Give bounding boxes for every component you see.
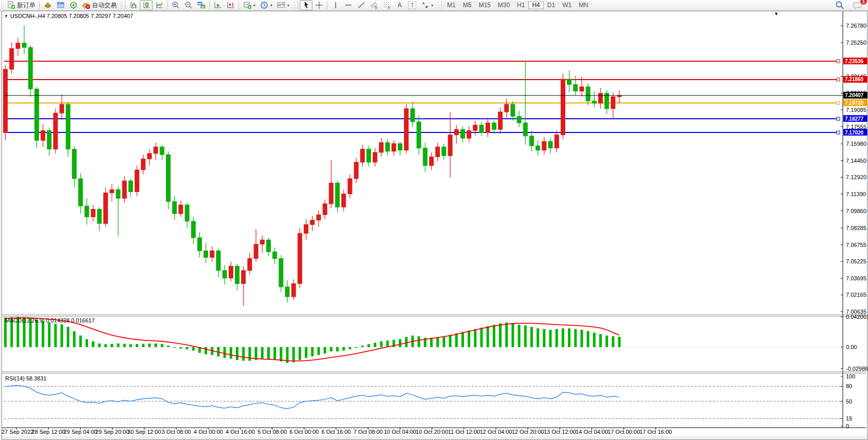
chart-shift-icon: [226, 1, 235, 9]
timeframe-mn-button[interactable]: MN: [575, 1, 592, 9]
navigator-button[interactable]: [67, 0, 80, 10]
cursor-icon: [302, 1, 310, 9]
timeframe-d1-button[interactable]: D1: [544, 1, 559, 9]
svg-text:7.20407: 7.20407: [845, 92, 864, 98]
chevron-down-icon: ▾: [431, 3, 433, 8]
svg-text:17 Oct 16:00: 17 Oct 16:00: [640, 429, 672, 435]
toolbar-grip[interactable]: [120, 2, 122, 9]
line-chart-button[interactable]: [153, 0, 165, 10]
svg-text:80: 80: [846, 383, 852, 389]
equidistant-channel-tool-button[interactable]: E: [367, 0, 380, 10]
arrows-tool-button[interactable]: ▾: [418, 0, 435, 10]
svg-text:14 Oct 04:00: 14 Oct 04:00: [576, 429, 608, 435]
vertical-line-tool-button[interactable]: [329, 0, 342, 10]
toolbar-grip[interactable]: [1, 2, 4, 9]
svg-text:12 Oct 20:00: 12 Oct 20:00: [512, 429, 544, 435]
svg-text:11 Oct 12:00: 11 Oct 12:00: [448, 429, 480, 435]
svg-text:30 Sep 12:00: 30 Sep 12:00: [127, 429, 161, 435]
text-label-tool-button[interactable]: T: [406, 1, 418, 10]
crosshair-icon: [315, 1, 323, 9]
search-button[interactable]: [833, 0, 846, 10]
svg-text:7.06755: 7.06755: [846, 242, 866, 248]
svg-text:-0.029864: -0.029864: [846, 366, 868, 372]
channel-icon: E: [370, 1, 378, 9]
zoom-in-button[interactable]: [169, 0, 182, 10]
svg-text:100: 100: [846, 373, 855, 379]
fibonacci-tool-button[interactable]: F: [380, 0, 393, 10]
tile-windows-button[interactable]: [195, 0, 208, 10]
text-label-icon: T: [408, 2, 416, 9]
bar-chart-button[interactable]: [127, 0, 140, 10]
svg-text:7.19720: 7.19720: [845, 100, 864, 106]
tile-windows-icon: [197, 1, 206, 9]
chart-shift-marker-icon[interactable]: ▼: [774, 11, 779, 16]
timeframe-w1-button[interactable]: W1: [559, 1, 575, 9]
line-chart-icon: [155, 1, 163, 9]
indicators-icon: [276, 1, 285, 9]
new-order-label: 新订单: [17, 1, 35, 10]
toolbar-separator: [238, 1, 239, 9]
timeframe-m30-button[interactable]: M30: [494, 1, 513, 9]
toolbar-grip[interactable]: [436, 2, 439, 9]
vertical-line-icon: [331, 1, 340, 9]
chart-shift-button[interactable]: [224, 0, 237, 10]
svg-text:6 Oct 16:00: 6 Oct 16:00: [322, 429, 351, 435]
indicators-button[interactable]: ▾: [274, 0, 291, 10]
timeframe-m15-button[interactable]: M15: [475, 1, 494, 9]
zoom-out-icon: [184, 1, 193, 9]
autotrading-button[interactable]: 自动交易: [80, 0, 119, 11]
svg-text:28 Sep 12:00: 28 Sep 12:00: [31, 429, 65, 435]
bar-chart-icon: [129, 1, 138, 9]
svg-text:7.21860: 7.21860: [845, 76, 864, 82]
candlestick-chart-button[interactable]: [140, 0, 153, 10]
timeframe-h1-button[interactable]: H1: [513, 1, 528, 9]
crosshair-button[interactable]: [312, 0, 325, 10]
notifications-button[interactable]: 1: [851, 0, 864, 10]
auto-scroll-button[interactable]: [211, 0, 224, 10]
svg-text:7.05225: 7.05225: [846, 258, 866, 264]
timeframe-h4-button[interactable]: H4: [528, 1, 543, 9]
svg-text:7.12920: 7.12920: [846, 174, 866, 180]
svg-text:7.17555: 7.17555: [846, 124, 866, 130]
chart-title-bar: ▼ USDCNH-,H4 7.20805 7.20805 7.20297 7.2…: [4, 13, 133, 19]
trendline-icon: [357, 1, 365, 9]
timeframe-m5-button[interactable]: M5: [459, 1, 475, 9]
chevron-down-icon: ▾: [270, 3, 272, 8]
toolbar-separator: [327, 1, 327, 9]
svg-text:29 Sep 04:00: 29 Sep 04:00: [64, 429, 97, 435]
svg-text:7.17020: 7.17020: [845, 130, 864, 136]
clock-icon: [260, 1, 268, 9]
svg-text:0: 0: [846, 423, 849, 429]
auto-scroll-icon: [213, 1, 222, 9]
data-window-icon: [56, 1, 65, 9]
autotrading-label: 自动交易: [92, 1, 117, 10]
zoom-out-button[interactable]: [182, 0, 195, 10]
svg-text:10 Oct 20:00: 10 Oct 20:00: [416, 429, 448, 435]
trendline-tool-button[interactable]: [355, 0, 367, 10]
svg-text:7.19085: 7.19085: [846, 107, 866, 113]
fibo-tag: F: [388, 6, 390, 10]
new-chart-icon: [243, 1, 251, 9]
one-click-trading-arrow-icon[interactable]: ▼: [4, 14, 8, 18]
cursor-button[interactable]: [300, 0, 312, 10]
chart-canvas[interactable]: 7.267807.252507.221457.206157.190857.175…: [0, 0, 868, 440]
market-watch-button[interactable]: [41, 0, 54, 10]
svg-text:7.02165: 7.02165: [846, 292, 866, 298]
chevron-down-icon: ▾: [287, 3, 289, 8]
timeframe-m1-button[interactable]: M1: [444, 1, 459, 9]
text-tool-button[interactable]: A: [393, 0, 406, 10]
arrows-icon: [420, 1, 429, 9]
horizontal-line-tool-button[interactable]: [342, 0, 355, 10]
toolbar-grip[interactable]: [292, 2, 295, 9]
periods-button[interactable]: ▾: [257, 0, 274, 10]
channel-tag: E: [375, 6, 378, 9]
window-bottom-strip: [2, 436, 866, 439]
new-order-icon: [7, 1, 15, 9]
new-chart-button[interactable]: ▾: [241, 0, 257, 10]
horizontal-line-icon: [344, 1, 353, 9]
new-order-button[interactable]: 新订单: [5, 0, 38, 11]
toolbar-separator: [209, 1, 210, 9]
toolbar-separator: [39, 1, 40, 9]
data-window-button[interactable]: [54, 0, 67, 10]
svg-text:15: 15: [846, 415, 852, 422]
